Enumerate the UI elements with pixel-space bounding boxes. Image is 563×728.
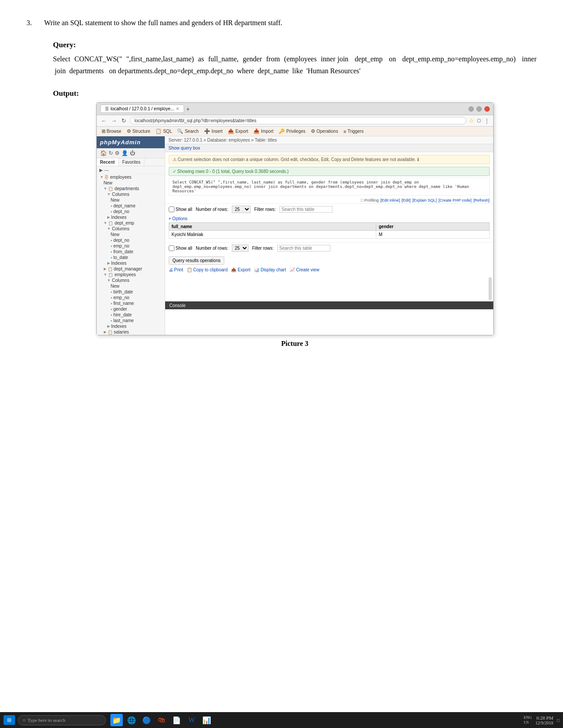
toolbar-search[interactable]: 🔍 Search [175, 128, 201, 135]
browser-menu-button[interactable]: ⋮ [484, 117, 490, 124]
show-all-label[interactable]: Show all [169, 206, 193, 212]
display-chart-action[interactable]: 📊 Display chart [254, 267, 286, 272]
sidebar-item-from-date[interactable]: ▪ from_date [97, 249, 165, 255]
sidebar-item-dept-no-2[interactable]: ▪ dept_no [97, 237, 165, 243]
recent-tab[interactable]: Recent [97, 158, 119, 166]
create-php-link[interactable]: [Create PHP code] [438, 198, 472, 203]
sidebar-item-salaries[interactable]: ▶ 📋 salaries [97, 329, 165, 335]
edit-link[interactable]: [Edit] [402, 198, 411, 203]
scrollbar[interactable] [489, 278, 491, 300]
rows-select[interactable]: 25 50 100 [232, 206, 251, 213]
user-icon[interactable]: 👤 [121, 150, 128, 156]
sidebar-item-departments-columns[interactable]: ▼ Columns [97, 191, 165, 197]
edit-inline-link[interactable]: [Edit inline] [381, 198, 400, 203]
filter-input-2[interactable] [277, 245, 330, 251]
forward-button[interactable]: → [110, 117, 118, 124]
sidebar-item-dept-emp[interactable]: ▼ 📋 dept_emp [97, 220, 165, 226]
show-all-checkbox[interactable] [169, 206, 174, 212]
toolbar-insert[interactable]: ➕ Insert [202, 128, 225, 135]
new-tab-button[interactable]: + [186, 105, 189, 113]
sidebar-item-employees-table[interactable]: ▼ 📋 employees [97, 272, 165, 278]
sidebar-item-birth-date[interactable]: ▪ birth_date [97, 289, 165, 295]
sidebar-item-new-dept-emp[interactable]: New [97, 232, 165, 237]
refresh-sidebar-icon[interactable]: ↻ [109, 150, 113, 156]
favorites-tab[interactable]: Favorites [119, 158, 144, 166]
bookmark-button[interactable]: ☆ [469, 117, 474, 124]
taskbar-app-edge[interactable]: 🌐 [125, 714, 138, 726]
structure-icon: ⚙ [127, 128, 131, 134]
sidebar-item-indexes-1[interactable]: ▶ Indexes [97, 214, 165, 220]
minimize-button[interactable] [469, 106, 474, 112]
sidebar-item-hire-date[interactable]: ▪ hire_date [97, 312, 165, 318]
settings-icon[interactable]: ⚙ [115, 150, 120, 156]
sidebar-item-dept-emp-columns[interactable]: ▼ Columns [97, 226, 165, 232]
taskbar-search-box[interactable]: ○ Type here to search [18, 715, 106, 725]
export-action[interactable]: 📤 Export [231, 267, 250, 272]
refresh-button[interactable]: ↻ [121, 117, 127, 124]
address-bar[interactable] [130, 117, 466, 124]
arrow-employees-table: ▼ [104, 273, 107, 277]
taskbar-time: 6:28 PM [535, 715, 553, 720]
taskbar-app-files[interactable]: 📁 [110, 714, 123, 726]
filter-input[interactable] [280, 206, 333, 213]
sidebar-item-employees-db[interactable]: ▼ 🗄 employees [97, 174, 165, 180]
toolbar-sql[interactable]: 📋 SQL [153, 128, 174, 135]
start-button[interactable]: ⊞ [4, 715, 15, 725]
taskbar-app-word[interactable]: W [185, 714, 198, 726]
copy-clipboard-action[interactable]: 📋 Copy to clipboard [187, 267, 228, 272]
back-button[interactable]: ← [100, 117, 108, 124]
sidebar-item-to-date[interactable]: ▪ to_date [97, 255, 165, 260]
toolbar-browse[interactable]: ⊞ Browse [99, 128, 124, 135]
toolbar-triggers[interactable]: ≡ Triggers [341, 128, 366, 135]
show-all-checkbox-2[interactable] [169, 245, 174, 251]
sidebar-item-gender[interactable]: ▪ gender [97, 306, 165, 312]
profiling-link[interactable]: □ Profiling [361, 198, 378, 203]
rows-select-2[interactable]: 25 [232, 244, 249, 252]
console-label: Console [170, 303, 186, 308]
sidebar-item-dept-manager[interactable]: ▶ 📋 dept_manager [97, 266, 165, 272]
show-all-label-2[interactable]: Show all [169, 245, 193, 251]
home-icon[interactable]: 🏠 [100, 150, 107, 156]
extensions-button[interactable]: ⬡ [477, 118, 481, 124]
sidebar-item-employees-columns[interactable]: ▼ Columns [97, 278, 165, 283]
options-row[interactable]: + Options [165, 215, 493, 222]
print-action[interactable]: 🖨 Print [169, 267, 183, 272]
toolbar-import[interactable]: 📥 Import [251, 128, 276, 135]
restore-button[interactable] [476, 106, 482, 112]
sidebar-collapse-icon[interactable]: — [105, 168, 109, 173]
taskbar-app-other[interactable]: 📊 [200, 714, 213, 726]
taskbar-app-store[interactable]: 🛍 [155, 714, 168, 726]
taskbar-notification-icon[interactable]: □ [557, 718, 559, 723]
toolbar-export[interactable]: 📤 Export [226, 128, 250, 135]
tab-close-btn[interactable]: ✕ [176, 106, 179, 111]
taskbar-app-chrome[interactable]: 🔵 [140, 714, 153, 726]
close-button[interactable] [484, 106, 490, 112]
toolbar-privileges[interactable]: 🔑 Privileges [276, 128, 307, 135]
sidebar-item-departments[interactable]: ▼ 📋 departments [97, 186, 165, 191]
sidebar-item-indexes-3[interactable]: ▶ Indexes [97, 323, 165, 329]
sidebar-item-new-1[interactable]: New [97, 180, 165, 186]
logout-icon[interactable]: ⏻ [130, 150, 135, 156]
tree-label-hire-date: hire_date [113, 312, 132, 317]
create-view-action[interactable]: 📈 Create view [290, 267, 320, 272]
sidebar-item-dept-name[interactable]: ▪ dept_name [97, 203, 165, 209]
console-bar[interactable]: Console [165, 301, 493, 309]
browser-tab[interactable]: 🗄 localhost / 127.0.0.1 / employe... ✕ [100, 105, 185, 113]
sidebar-item-indexes-2[interactable]: ▶ Indexes [97, 260, 165, 266]
sidebar-item-new-employees[interactable]: New [97, 283, 165, 289]
sidebar-item-dept-no-1[interactable]: ▪ dept_no [97, 209, 165, 214]
taskbar-app-acrobat[interactable]: 📄 [170, 714, 183, 726]
sidebar-item-last-name[interactable]: ▪ last_name [97, 318, 165, 323]
show-query-bar[interactable]: Show query box [165, 144, 493, 152]
toolbar-operations[interactable]: ⚙ Operations [309, 128, 340, 135]
refresh-link[interactable]: [Refresh] [473, 198, 490, 203]
explain-sql-link[interactable]: [Explain SQL] [412, 198, 437, 203]
sidebar-item-first-name[interactable]: ▪ first_name [97, 300, 165, 306]
query-results-ops-btn[interactable]: Query results operations [169, 256, 225, 265]
sidebar-item-emp-no-1[interactable]: ▪ emp_no [97, 243, 165, 249]
sidebar-expand-icon[interactable]: ▶ [99, 168, 103, 173]
toolbar-structure[interactable]: ⚙ Structure [125, 128, 153, 135]
sidebar-item-emp-no-2[interactable]: ▪ emp_no [97, 295, 165, 300]
sidebar-item-new-dept[interactable]: New [97, 197, 165, 203]
col-icon-gender: ▪ [111, 307, 112, 311]
